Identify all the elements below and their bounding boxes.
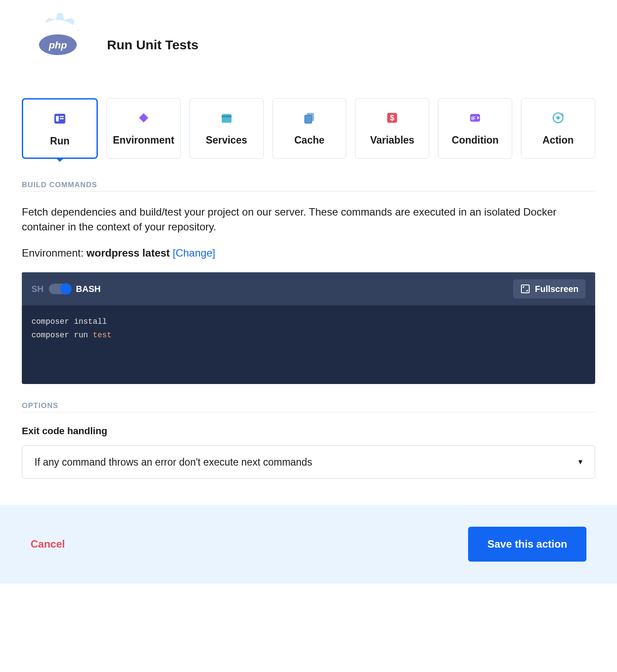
svg-rect-7 bbox=[139, 113, 148, 122]
action-icon bbox=[549, 109, 567, 127]
services-icon bbox=[218, 109, 235, 127]
tab-action[interactable]: Action bbox=[521, 98, 595, 159]
cache-icon bbox=[301, 109, 318, 127]
exit-code-select[interactable]: If any command throws an error don't exe… bbox=[22, 446, 595, 479]
svg-text:IF: IF bbox=[471, 116, 476, 121]
code-editor-header: SH BASH Fullscreen bbox=[22, 272, 595, 305]
tab-services[interactable]: Services bbox=[190, 98, 264, 159]
environment-value: wordpress latest bbox=[86, 247, 170, 259]
code-line: composer run test bbox=[31, 329, 586, 342]
tab-label: Services bbox=[206, 134, 247, 146]
options-heading: OPTIONS bbox=[22, 401, 595, 412]
tab-run[interactable]: Run bbox=[22, 98, 98, 159]
build-commands-description: Fetch dependencies and build/test your p… bbox=[22, 205, 595, 234]
page-header: php Run Unit Tests bbox=[22, 9, 595, 81]
php-gear-icon: php bbox=[22, 9, 94, 81]
fullscreen-icon bbox=[520, 284, 531, 294]
tab-condition[interactable]: IF Condition bbox=[438, 98, 512, 159]
tab-variables[interactable]: $ Variables bbox=[355, 98, 429, 159]
exit-code-select-wrap: If any command throws an error don't exe… bbox=[22, 446, 595, 479]
environment-icon bbox=[135, 109, 152, 127]
build-commands-heading: BUILD COMMANDS bbox=[22, 181, 595, 192]
variables-icon: $ bbox=[383, 109, 401, 127]
tab-label: Condition bbox=[452, 134, 499, 146]
svg-text:php: php bbox=[48, 39, 67, 51]
tab-environment[interactable]: Environment bbox=[107, 98, 181, 159]
shell-toggle[interactable] bbox=[49, 284, 71, 294]
svg-point-15 bbox=[556, 116, 560, 120]
tab-cache[interactable]: Cache bbox=[272, 98, 347, 159]
tabs-row: Run Environment Services Cache $ Variabl… bbox=[22, 98, 595, 159]
code-editor: SH BASH Fullscreen composer install comp… bbox=[22, 272, 595, 384]
environment-label: Environment: bbox=[22, 247, 86, 259]
code-line: composer install bbox=[31, 315, 586, 329]
tab-label: Action bbox=[542, 134, 574, 146]
page-title: Run Unit Tests bbox=[107, 38, 198, 52]
toggle-knob bbox=[60, 283, 72, 295]
run-icon bbox=[51, 110, 69, 127]
fullscreen-label: Fullscreen bbox=[535, 284, 579, 294]
tab-label: Variables bbox=[370, 134, 414, 146]
svg-rect-16 bbox=[521, 285, 529, 293]
svg-text:$: $ bbox=[390, 113, 394, 122]
footer: Cancel Save this action bbox=[0, 505, 617, 583]
exit-code-title: Exit code handling bbox=[22, 425, 595, 437]
bash-label: BASH bbox=[76, 284, 101, 294]
tab-label: Run bbox=[50, 135, 70, 147]
svg-rect-6 bbox=[60, 118, 64, 120]
tab-label: Cache bbox=[294, 134, 324, 146]
condition-icon: IF bbox=[466, 109, 484, 127]
sh-label: SH bbox=[31, 284, 44, 294]
code-editor-body[interactable]: composer install composer run test bbox=[22, 305, 595, 384]
tab-label: Environment bbox=[113, 134, 175, 146]
change-environment-link[interactable]: [Change] bbox=[172, 247, 215, 259]
shell-toggle-group: SH BASH bbox=[31, 284, 100, 294]
svg-rect-4 bbox=[56, 116, 59, 122]
environment-line: Environment: wordpress latest [Change] bbox=[22, 247, 595, 259]
cancel-button[interactable]: Cancel bbox=[31, 538, 65, 550]
svg-rect-5 bbox=[60, 116, 64, 117]
fullscreen-button[interactable]: Fullscreen bbox=[513, 279, 586, 298]
svg-rect-9 bbox=[304, 115, 311, 123]
save-button[interactable]: Save this action bbox=[468, 527, 586, 562]
